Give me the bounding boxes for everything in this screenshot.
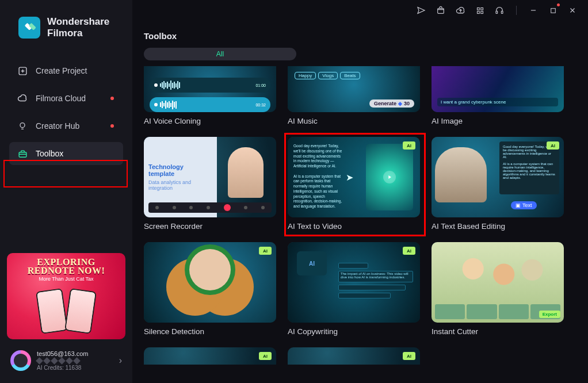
promo-banner[interactable]: EXPLORING REDNOTE NOW! More Than Just Ca… [7,253,125,339]
card-silence-detection[interactable]: AI Silence Detection [144,242,276,336]
arrow-right-icon: ➤ [346,172,353,183]
toolbox-icon [17,149,28,159]
brand-line2: Filmora [47,28,109,39]
card-instant-cutter[interactable]: Export Instant Cutter [432,242,564,336]
svg-rect-9 [480,11,483,13]
card-more-2[interactable]: AI [288,347,420,365]
card-thumb: AI The impact of AI on business: This vi… [288,242,420,323]
svg-rect-12 [551,8,555,13]
nav-label: Create Project [36,66,87,75]
user-credits: AI Credits: 11638 [37,365,113,371]
card-thumb: Export [432,242,564,323]
user-name: test056@163.com [37,350,113,357]
plus-square-icon [17,66,28,76]
svg-rect-6 [477,7,479,10]
record-bar [148,202,272,213]
nav-label: Creator Hub [36,121,79,131]
headset-icon[interactable] [494,5,505,16]
cloud-icon [17,93,28,104]
titlebar [132,0,588,21]
svg-point-3 [20,123,25,128]
card-title: Screen Recorder [144,222,276,231]
card-ai-music[interactable]: Happy Vlogs Beats Generate◆30 AI Music [288,66,420,125]
card-ai-image[interactable]: I want a grand cyberpunk scene AI Image [432,66,564,125]
card-title: AI Text Based Editing [432,222,564,231]
card-thumb: Happy Vlogs Beats Generate◆30 [288,66,420,112]
maximize-button[interactable] [548,5,558,16]
generate-pill: Generate◆30 [369,99,414,108]
sidebar-bottom: EXPLORING REDNOTE NOW! More Than Just Ca… [0,253,132,383]
cloud-upload-icon[interactable] [455,5,465,16]
card-ai-copywriting[interactable]: AI The impact of AI on business: This vi… [288,242,420,336]
ai-badge: AI [403,247,415,255]
ai-chip-icon: AI [297,251,327,275]
sidebar-nav: Create Project Filmora Cloud Creator Hub… [0,59,132,165]
nav-label: Filmora Cloud [36,94,86,103]
send-icon[interactable] [416,5,426,16]
page-title: Toolbox [132,21,588,45]
card-thumb: Good day everyone! Today, we'll be discu… [432,137,564,217]
card-text-to-video[interactable]: Good day everyone! Today, we'll be discu… [288,137,420,231]
card-voice-cloning[interactable]: 01:00 00:32 AI Voice Cloning [144,66,276,125]
avatar [10,350,31,371]
card-thumb: AI [288,347,420,365]
toolbox-grid: 01:00 00:32 AI Voice Cloning Happy Vlogs… [144,66,576,365]
app-logo: Wondershare Filmora [0,0,132,49]
play-icon [383,171,396,183]
notification-dot [110,124,114,128]
brand-line1: Wondershare [47,16,109,28]
nav-create-project[interactable]: Create Project [9,59,123,82]
text-button: ▣ Text [511,201,537,209]
svg-rect-11 [501,11,503,13]
chevron-right-icon: › [119,355,122,366]
ai-badge: AI [259,352,272,360]
ai-badge: AI [403,352,415,360]
promo-illustration [7,290,125,336]
card-title: AI Voice Cloning [144,117,276,125]
card-more-1[interactable]: AI [144,347,276,365]
svg-rect-8 [477,11,479,13]
main-area: Toolbox All 01:00 00:32 AI Voice Cloning… [132,0,588,383]
card-title: AI Image [432,117,564,125]
package-icon[interactable] [436,5,446,16]
user-tier-icons [37,358,113,363]
card-thumb: TechnologytemplateData analytics and int… [144,137,276,217]
close-button[interactable] [567,5,578,16]
logo-text: Wondershare Filmora [47,16,109,39]
card-screen-recorder[interactable]: TechnologytemplateData analytics and int… [144,137,276,231]
card-title: AI Text to Video [288,222,420,231]
promo-sub: More Than Just Cat Tax [39,276,93,282]
minimize-button[interactable] [528,5,539,16]
image-caption: I want a grand cyberpunk scene [437,98,558,106]
nav-creator-hub[interactable]: Creator Hub [9,114,123,137]
card-thumb: AI [144,347,276,365]
card-thumb: Good day everyone! Today, we'll be discu… [288,137,420,217]
card-thumb: 01:00 00:32 [144,66,276,112]
promo-title-2: REDNOTE NOW! [28,266,105,275]
user-card[interactable]: test056@163.com AI Credits: 11638 › [7,345,125,376]
card-title: Instant Cutter [432,327,564,336]
waveform: 01:00 [150,78,270,93]
card-title: AI Copywriting [288,327,420,336]
titlebar-divider [516,6,517,15]
ai-badge: AI [403,141,415,150]
copy-lines: The impact of AI on business: This video… [338,263,413,301]
nav-toolbox[interactable]: Toolbox [9,142,123,165]
bulb-icon [17,121,28,131]
sidebar: Wondershare Filmora Create Project Filmo… [0,0,132,383]
promo-title-1: EXPLORING [37,258,95,266]
toolbox-grid-wrap: 01:00 00:32 AI Voice Cloning Happy Vlogs… [132,66,588,383]
waveform-active: 00:32 [150,97,270,112]
music-tags: Happy Vlogs Beats [293,71,361,81]
svg-rect-10 [496,11,498,13]
grid-icon[interactable] [475,5,485,16]
ai-badge: AI [547,141,559,150]
filter-all[interactable]: All [144,48,296,60]
logo-icon [18,17,40,39]
card-text-based-editing[interactable]: Good day everyone! Today, we'll be discu… [432,137,564,231]
nav-filmora-cloud[interactable]: Filmora Cloud [9,87,123,110]
svg-rect-5 [438,9,444,14]
nav-label: Toolbox [36,149,63,158]
svg-rect-7 [480,7,483,10]
card-thumb: AI [144,242,276,323]
